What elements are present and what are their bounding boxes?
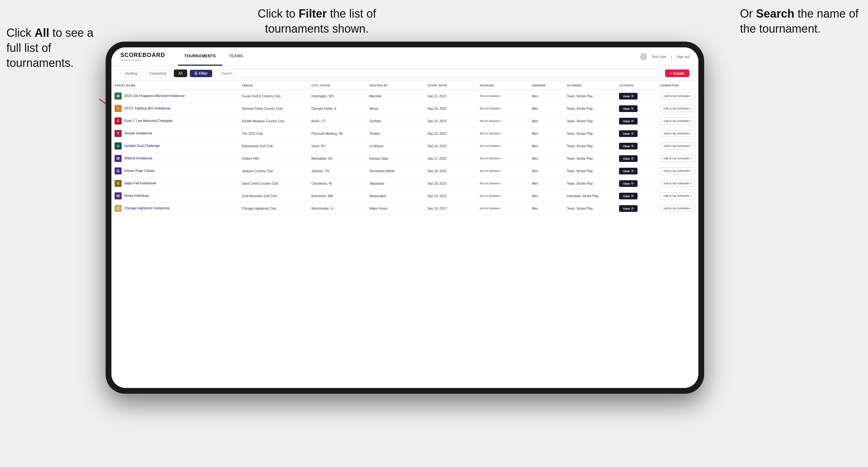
view-button[interactable]: View ⊙ (619, 93, 637, 99)
actions-cell: View ⊙ (616, 190, 656, 202)
scoring-cell: Team, Stroke Play (564, 152, 616, 165)
competing-cell: Add to My Schedule + (657, 152, 699, 165)
team-logo: I (115, 105, 122, 112)
team-logo: U (115, 143, 122, 150)
add-to-schedule-button[interactable]: Add to My Schedule + (660, 180, 695, 187)
competing-cell: Add to My Schedule + (657, 165, 699, 177)
event-name-cell: T Temple Invitational (112, 127, 239, 140)
city-cell: Victor, NY (308, 140, 366, 152)
event-name: OFCC Fighting Illini Invitational (124, 106, 170, 111)
annotation-topmid: Click to Filter the list of tournaments … (224, 6, 410, 36)
nav-tab-teams[interactable]: TEAMS (222, 48, 250, 66)
all-tab[interactable]: All (174, 69, 187, 77)
actions-cell: View ⊙ (616, 202, 656, 215)
hosting-tab[interactable]: Hosting (120, 69, 142, 77)
team-logo: G (115, 167, 122, 175)
nav-tab-tournaments[interactable]: TOURNAMENTS (178, 48, 222, 66)
add-to-schedule-button[interactable]: Add to My Schedule + (660, 105, 695, 112)
sign-out-link[interactable]: Sign out (677, 55, 689, 59)
view-icon: ⊙ (631, 107, 634, 110)
tournaments-table: EVENT NAME VENUE CITY, STATE HOSTED BY S… (112, 81, 699, 215)
filter-button[interactable]: ☰ Filter (190, 70, 212, 77)
actions-cell: View ⊙ (616, 115, 656, 127)
tablet: SCOREBOARD Powered by clippd TOURNAMENTS… (105, 41, 704, 394)
add-to-schedule-button[interactable]: Add to My Schedule + (660, 167, 695, 175)
city-cell: Bremerton, WA (308, 190, 366, 202)
venue-cell: Jackson Country Club (239, 165, 308, 177)
date-cell: Sep 16, 2023 (425, 127, 476, 140)
competing-cell: Add to My Schedule + (657, 140, 699, 152)
add-to-schedule-button[interactable]: Add to My Schedule + (660, 118, 695, 125)
actions-cell: View ⊙ (616, 177, 656, 190)
create-button[interactable]: + Create (665, 69, 689, 77)
add-to-schedule-button[interactable]: Add to My Schedule + (660, 93, 695, 99)
venue-cell: The 1912 Club (239, 127, 308, 140)
table-row: I OFCC Fighting Illini Invitational Olym… (112, 102, 699, 115)
view-icon: ⊙ (631, 132, 634, 135)
scoring-cell: Team, Stroke Play (564, 127, 616, 140)
view-button[interactable]: View ⊙ (619, 105, 637, 112)
actions-cell: View ⊙ (616, 165, 656, 177)
competing-cell: Add to My Schedule + (657, 102, 699, 115)
event-name: Upstate Dual Challenge (124, 144, 160, 148)
division-cell: NCAA Division I (476, 177, 529, 190)
venue-cell: Gold Mountain Golf Club (239, 190, 308, 202)
view-button[interactable]: View ⊙ (619, 193, 637, 199)
table-row: W Wildcat Invitational Colbert Hills Man… (112, 152, 699, 165)
city-cell: Huntington, WV (308, 90, 366, 102)
separator: | (671, 55, 672, 59)
scoring-cell: Team, Stroke Play (564, 102, 616, 115)
date-cell: Sep 18, 2023 (425, 165, 476, 177)
add-to-schedule-button[interactable]: Add to My Schedule + (660, 130, 695, 137)
division-cell: NCAA Division I (476, 152, 529, 165)
competing-cell: Add to My Schedule + (657, 115, 699, 127)
add-to-schedule-button[interactable]: Add to My Schedule + (660, 192, 695, 199)
city-cell: Berlin, CT (308, 115, 366, 127)
tournaments-table-container: EVENT NAME VENUE CITY, STATE HOSTED BY S… (112, 81, 699, 388)
filter-icon: ☰ (194, 71, 197, 75)
view-button[interactable]: View ⊙ (619, 143, 637, 150)
add-to-schedule-button[interactable]: Add to My Schedule + (660, 205, 695, 212)
hosted-by-cell: Valparaiso (366, 177, 424, 190)
gender-cell: Men (529, 177, 564, 190)
scoring-cell: Team, Stroke Play (564, 90, 616, 102)
event-name: Ryan T. Lee Memorial Collegiate (124, 119, 173, 123)
gender-cell: Men (529, 127, 564, 140)
add-to-schedule-button[interactable]: Add to My Schedule + (660, 143, 695, 150)
view-button[interactable]: View ⊙ (619, 118, 637, 125)
gender-cell: Men (529, 102, 564, 115)
search-input[interactable] (217, 69, 663, 77)
col-header-division: DIVISION (476, 81, 529, 90)
gender-cell: Men (529, 165, 564, 177)
date-cell: Sep 11, 2023 (425, 90, 476, 102)
event-name-cell: W Wildcat Invitational (112, 152, 239, 165)
view-button[interactable]: View ⊙ (619, 180, 637, 187)
event-name: 2023 Joe Feaganes Marshall Invitational (124, 94, 185, 98)
event-name: Wildcat Invitational (124, 156, 152, 161)
venue-cell: Shuttle Meadow Country Club (239, 115, 308, 127)
view-button[interactable]: View ⊙ (619, 130, 637, 137)
view-button[interactable]: View ⊙ (619, 168, 637, 175)
actions-cell: View ⊙ (616, 90, 656, 102)
view-icon: ⊙ (631, 157, 634, 160)
competing-tab[interactable]: Competing (144, 69, 171, 77)
event-name-cell: M 2023 Joe Feaganes Marshall Invitationa… (112, 90, 239, 102)
venue-cell: Colbert Hills (239, 152, 308, 165)
table-row: G Grover Page Classic Jackson Country Cl… (112, 165, 699, 177)
event-name: Grover Page Classic (124, 169, 155, 173)
city-cell: Westchester, IL (308, 202, 366, 215)
gender-cell: Men (529, 140, 564, 152)
hosted-by-cell: Fairfield (366, 115, 424, 127)
view-icon: ⊙ (631, 194, 634, 197)
view-button[interactable]: View ⊙ (619, 155, 637, 162)
division-cell: NCAA Division I (476, 127, 529, 140)
date-cell: Sep 15, 2023 (425, 102, 476, 115)
hosted-by-cell: Kansas State (366, 152, 424, 165)
view-button[interactable]: View ⊙ (619, 205, 637, 212)
tablet-screen: SCOREBOARD Powered by clippd TOURNAMENTS… (112, 48, 699, 388)
add-to-schedule-button[interactable]: Add to My Schedule + (660, 155, 695, 162)
city-cell: Plymouth Meeting, PA (308, 127, 366, 140)
scoring-cell: Team, Stroke Play (564, 115, 616, 127)
view-icon: ⊙ (631, 94, 634, 98)
date-cell: Sep 18, 2023 (425, 177, 476, 190)
